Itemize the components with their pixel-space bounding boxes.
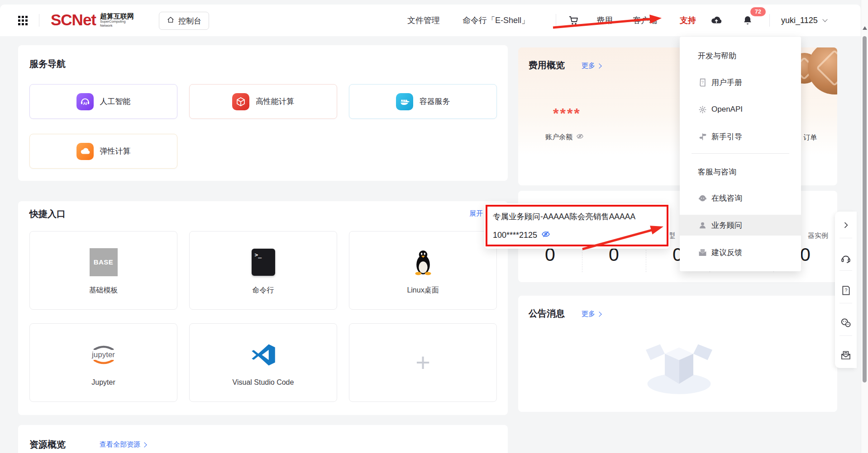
menu-header-customer-service: 客服与咨询 <box>680 162 819 182</box>
mail-feedback-icon[interactable] <box>835 345 857 365</box>
quick-card-jupyter[interactable]: jupyter Jupyter <box>29 323 177 402</box>
section-title: 快捷入口 <box>29 208 66 220</box>
quick-card-add[interactable]: + <box>349 323 497 402</box>
wechat-icon[interactable] <box>835 313 857 333</box>
menu-item-business-advisor[interactable]: 业务顾问 <box>680 215 801 236</box>
manual-book-icon: ? <box>698 78 707 87</box>
chevron-right-icon <box>596 63 601 68</box>
user-menu[interactable]: yuki_1125 <box>781 5 827 36</box>
section-title: 费用概览 <box>529 59 565 71</box>
announcements-panel: 公告消息 更多 <box>518 296 837 412</box>
menu-item-user-manual[interactable]: ? 用户手册 <box>680 72 801 92</box>
menu-header-dev-help: 开发与帮助 <box>680 46 819 66</box>
divider <box>839 335 852 336</box>
username: yuki_1125 <box>781 16 818 25</box>
chevron-right-icon <box>596 311 601 316</box>
balance-row: 账户余额 <box>545 132 584 142</box>
divider <box>839 270 852 271</box>
menu-item-openapi[interactable]: OpenAPI <box>680 99 801 119</box>
scnet-logo[interactable]: SCNet 超算互联网 SuperComputing Network <box>51 11 134 29</box>
svg-text:?: ? <box>844 287 847 293</box>
divider <box>839 303 852 303</box>
brand-text: SCNet <box>51 11 96 29</box>
topbar: SCNet 超算互联网 SuperComputing Network 控制台 文… <box>0 5 861 36</box>
support-dropdown-menu: 开发与帮助 ? 用户手册 OpenAPI 新手引导 客服与咨询 在线咨询 业务顾… <box>680 37 801 271</box>
feedback-mail-icon <box>698 248 707 257</box>
tux-penguin-icon <box>412 246 434 278</box>
service-card-elastic[interactable]: 弹性计算 <box>29 134 177 169</box>
menu-item-beginner-guide[interactable]: 新手引导 <box>680 127 801 146</box>
resource-overview-panel: 资源概览 查看全部资源 <box>18 425 508 453</box>
floating-toolbar: ? <box>835 212 857 368</box>
divider <box>839 238 852 238</box>
chevron-right-icon <box>142 442 147 447</box>
headset-support-icon[interactable] <box>835 249 857 269</box>
console-button[interactable]: 控制台 <box>159 12 209 30</box>
nav-client[interactable]: 客户端 <box>633 5 657 36</box>
section-title: 服务导航 <box>29 58 66 70</box>
advisor-person-icon <box>698 221 707 230</box>
svg-text:?: ? <box>701 80 703 85</box>
quick-card-linux-desktop[interactable]: Linux桌面 <box>349 231 497 310</box>
balance-label: 账户余额 <box>545 133 572 142</box>
svg-text:AI: AI <box>83 101 87 105</box>
stat-label: 器实例 <box>808 231 828 240</box>
brand-en2: Network <box>100 24 134 28</box>
service-card-ai[interactable]: AI 人工智能 <box>29 84 177 119</box>
cart-icon[interactable] <box>568 5 579 36</box>
scrollbar-thumb[interactable] <box>863 36 867 382</box>
vscode-icon <box>251 339 276 371</box>
service-card-container[interactable]: 容器服务 <box>349 84 497 119</box>
console-label: 控制台 <box>178 16 201 26</box>
quick-card-base-template[interactable]: BASE 基础模板 <box>29 231 177 310</box>
collapse-chevron-icon[interactable] <box>835 215 857 235</box>
home-icon <box>167 16 175 26</box>
quick-card-vscode[interactable]: Visual Studio Code <box>189 323 337 402</box>
view-all-resources-link[interactable]: 查看全部资源 <box>100 440 146 449</box>
divider <box>646 245 646 272</box>
menu-item-feedback[interactable]: 建议反馈 <box>680 242 801 262</box>
notification-badge: 72 <box>749 6 767 17</box>
nav-support[interactable]: 支持 <box>680 5 696 36</box>
quick-entry-panel: 快捷入口 展开 BASE 基础模板 >_ 命令行 Linux桌面 jupyter <box>18 201 508 415</box>
guide-signpost-icon <box>698 132 707 141</box>
app-grid-icon[interactable] <box>18 16 28 25</box>
divider <box>556 14 556 27</box>
divider <box>582 245 582 272</box>
eye-slash-icon[interactable] <box>576 132 584 142</box>
nav-fee[interactable]: 费用 <box>596 5 613 36</box>
nav-eshell[interactable]: 命令行「E-Shell」 <box>463 5 529 36</box>
nav-file-management[interactable]: 文件管理 <box>407 5 440 36</box>
divider <box>769 14 770 27</box>
hpc-cube-icon <box>232 93 249 110</box>
masked-balance: **** <box>553 105 581 122</box>
page: SCNet 超算互联网 SuperComputing Network 控制台 文… <box>0 0 868 453</box>
red-annotation-box <box>486 205 668 246</box>
divider <box>39 14 39 27</box>
section-title: 公告消息 <box>529 307 565 320</box>
order-label[interactable]: 订单 <box>803 133 817 142</box>
jupyter-logo: jupyter <box>92 345 115 364</box>
announcements-more-link[interactable]: 更多 <box>582 310 601 318</box>
help-doc-icon[interactable]: ? <box>835 280 857 300</box>
service-card-hpc[interactable]: 高性能计算 <box>189 84 337 119</box>
scrollbar <box>861 0 868 453</box>
ai-icon: AI <box>76 93 94 110</box>
divider <box>692 153 789 154</box>
terminal-icon: >_ <box>252 249 275 276</box>
quick-card-terminal[interactable]: >_ 命令行 <box>189 231 337 310</box>
elastic-cloud-icon <box>76 143 94 160</box>
empty-box-illustration <box>639 324 719 405</box>
docker-whale-icon <box>396 93 413 110</box>
section-title: 资源概览 <box>29 439 66 451</box>
fee-more-link[interactable]: 更多 <box>582 61 601 70</box>
plus-icon: + <box>415 350 430 375</box>
chevron-down-icon <box>822 17 827 22</box>
menu-item-online-chat[interactable]: 在线咨询 <box>680 188 801 208</box>
cloud-upload-icon[interactable] <box>711 5 722 36</box>
base-logo: BASE <box>90 248 118 276</box>
brand-cn: 超算互联网 <box>100 12 134 20</box>
expand-link[interactable]: 展开 <box>469 209 483 218</box>
online-chat-icon <box>698 194 707 203</box>
scroll-up-arrow[interactable] <box>863 26 867 30</box>
